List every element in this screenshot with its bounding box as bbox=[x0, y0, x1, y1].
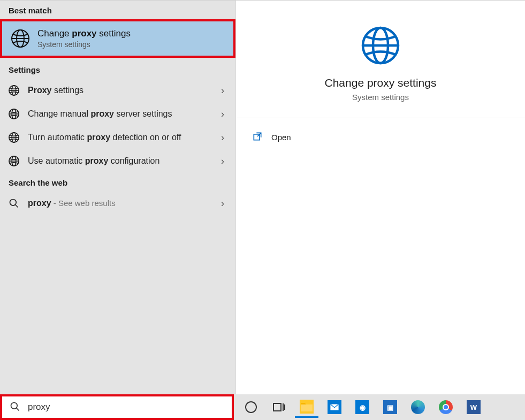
result-label: proxy - See web results bbox=[28, 197, 217, 209]
file-explorer-button[interactable] bbox=[295, 396, 318, 418]
text: proxy bbox=[72, 28, 96, 39]
mail-button[interactable] bbox=[323, 396, 346, 418]
best-match-subtitle: System settings bbox=[37, 40, 131, 49]
globe-icon bbox=[7, 155, 20, 167]
svg-rect-25 bbox=[273, 403, 281, 411]
chevron-right-icon: › bbox=[217, 198, 228, 209]
open-label: Open bbox=[271, 133, 291, 142]
edge-icon bbox=[411, 400, 425, 414]
mail-icon bbox=[328, 400, 341, 414]
text: - See web results bbox=[51, 198, 116, 208]
settings-result-manual-proxy[interactable]: Change manual proxy server settings › bbox=[0, 102, 235, 126]
chevron-right-icon: › bbox=[217, 85, 228, 96]
settings-result-auto-config[interactable]: Use automatic proxy configuration › bbox=[0, 149, 235, 173]
section-header-settings: Settings bbox=[0, 60, 235, 79]
preview-title: Change proxy settings bbox=[236, 77, 525, 89]
settings-result-proxy-settings[interactable]: Proxy settings › bbox=[0, 79, 235, 102]
results-column: Best match Change proxy settings System … bbox=[0, 1, 236, 394]
settings-result-auto-detection[interactable]: Turn automatic proxy detection on or off… bbox=[0, 126, 235, 149]
preview-column: Change proxy settings System settings Op… bbox=[236, 1, 525, 394]
result-label: Use automatic proxy configuration bbox=[28, 155, 217, 167]
chevron-right-icon: › bbox=[217, 109, 228, 120]
svg-line-16 bbox=[16, 205, 18, 208]
task-view-button[interactable] bbox=[267, 396, 291, 418]
result-label: Change manual proxy server settings bbox=[28, 108, 217, 120]
text: settings bbox=[97, 28, 131, 39]
globe-icon bbox=[7, 108, 20, 120]
open-action[interactable]: Open bbox=[252, 128, 509, 147]
best-match-title: Change proxy settings bbox=[37, 28, 131, 39]
chrome-button[interactable] bbox=[434, 396, 458, 418]
word-button[interactable]: W bbox=[462, 396, 485, 418]
taskbar-icons: ◉ ▣ W bbox=[234, 394, 485, 420]
taskbar: ◉ ▣ W bbox=[0, 394, 525, 420]
edge-button[interactable] bbox=[406, 396, 430, 418]
text: Change bbox=[37, 28, 72, 39]
svg-line-23 bbox=[17, 408, 19, 410]
globe-icon bbox=[359, 24, 402, 67]
preview-subtitle: System settings bbox=[236, 93, 525, 102]
result-label: Turn automatic proxy detection on or off bbox=[28, 132, 217, 143]
section-header-best-match: Best match bbox=[0, 1, 235, 19]
chevron-right-icon: › bbox=[217, 132, 228, 143]
text: Change manual bbox=[28, 109, 90, 118]
text: configuration bbox=[108, 156, 159, 165]
web-result-proxy[interactable]: proxy - See web results › bbox=[0, 192, 235, 215]
section-header-web: Search the web bbox=[0, 173, 235, 192]
text: detection on or off bbox=[110, 133, 181, 142]
text: proxy bbox=[87, 133, 111, 142]
globe-icon bbox=[7, 84, 20, 97]
chrome-icon bbox=[439, 400, 453, 414]
cortana-button[interactable] bbox=[239, 396, 263, 418]
app-icon: ▣ bbox=[383, 400, 397, 414]
text: proxy bbox=[90, 109, 114, 118]
text: Use automatic bbox=[28, 156, 85, 165]
svg-point-24 bbox=[246, 402, 256, 413]
text: proxy bbox=[28, 198, 51, 208]
text: server settings bbox=[114, 109, 172, 118]
result-label: Proxy settings bbox=[28, 85, 217, 96]
text: Turn automatic bbox=[28, 133, 87, 142]
text: settings bbox=[51, 86, 83, 95]
globe-icon bbox=[7, 131, 20, 144]
preview-header: Change proxy settings System settings bbox=[236, 1, 525, 118]
chevron-right-icon: › bbox=[217, 156, 228, 167]
folder-icon bbox=[300, 400, 314, 414]
preview-actions: Open bbox=[236, 118, 525, 156]
text: proxy bbox=[85, 156, 109, 165]
taskbar-search[interactable] bbox=[0, 394, 234, 420]
svg-point-22 bbox=[11, 402, 18, 409]
text: Proxy bbox=[28, 86, 51, 95]
app-icon: ◉ bbox=[355, 400, 369, 414]
open-icon bbox=[252, 131, 263, 143]
best-match-result[interactable]: Change proxy settings System settings bbox=[0, 19, 235, 58]
search-input[interactable] bbox=[28, 402, 224, 413]
globe-icon bbox=[10, 28, 31, 49]
svg-point-15 bbox=[10, 200, 17, 206]
start-search-panel: Best match Change proxy settings System … bbox=[0, 0, 525, 394]
search-icon bbox=[10, 401, 20, 414]
search-icon bbox=[7, 197, 20, 210]
best-match-text: Change proxy settings System settings bbox=[37, 28, 131, 49]
word-icon: W bbox=[467, 400, 481, 414]
app-button-1[interactable]: ◉ bbox=[351, 396, 374, 418]
app-button-2[interactable]: ▣ bbox=[378, 396, 402, 418]
